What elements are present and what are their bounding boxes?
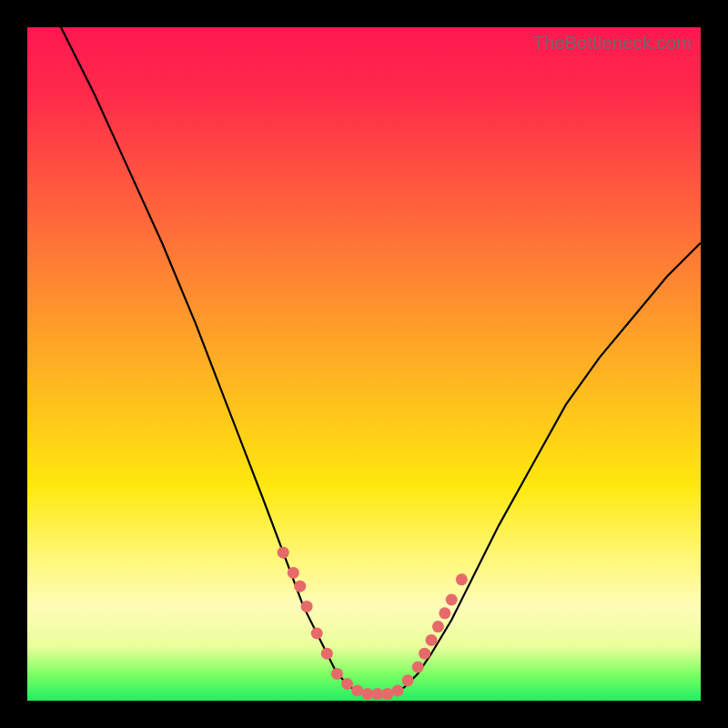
highlight-dot <box>301 601 313 612</box>
highlight-dot <box>331 668 343 680</box>
highlight-dot <box>439 607 450 619</box>
highlight-dot <box>371 688 383 700</box>
highlight-dot <box>412 662 424 673</box>
highlight-dot <box>351 684 363 696</box>
highlight-dot <box>402 674 414 686</box>
highlight-dot <box>446 594 458 606</box>
highlight-dot <box>432 621 444 632</box>
highlight-dot <box>288 567 299 579</box>
highlight-dot <box>311 628 323 640</box>
bottleneck-curve <box>61 27 701 694</box>
highlighted-dots-group <box>278 547 468 700</box>
highlight-dot <box>361 688 373 700</box>
highlight-dot <box>456 573 468 585</box>
chart-frame: TheBottleneck.com <box>27 27 701 701</box>
highlight-dot <box>278 547 289 559</box>
highlight-dot <box>321 648 333 660</box>
chart-svg <box>27 27 701 701</box>
highlight-dot <box>341 678 353 690</box>
highlight-dot <box>294 581 306 592</box>
highlight-dot <box>419 648 430 660</box>
highlight-dot <box>392 684 404 696</box>
highlight-dot <box>381 688 393 700</box>
watermark-text: TheBottleneck.com <box>532 33 692 54</box>
highlight-dot <box>426 634 438 646</box>
